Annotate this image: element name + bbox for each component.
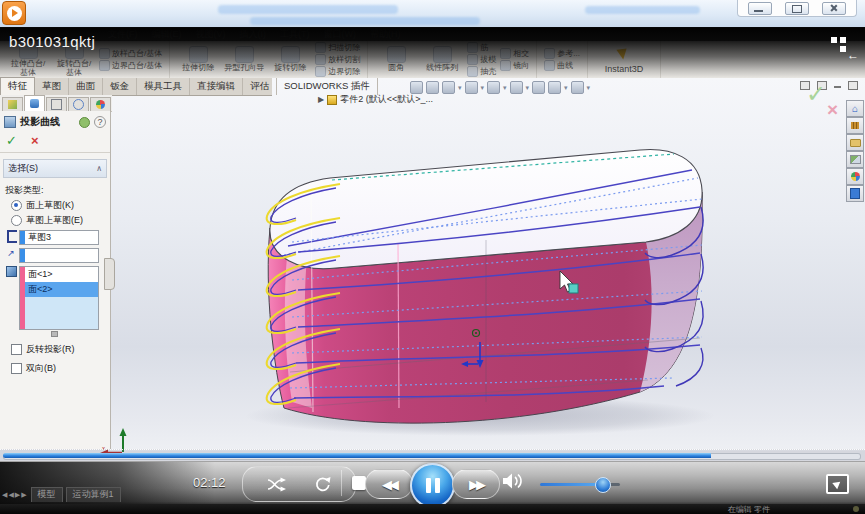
model-canvas[interactable] — [110, 95, 865, 449]
menu-item-tools[interactable]: 工具(T) — [280, 28, 310, 41]
tab-surfaces[interactable]: 曲面 — [69, 78, 103, 95]
lofted-boss-button[interactable]: 放样凸台/基体 — [99, 48, 162, 59]
status-text: 在编辑 零件 — [728, 504, 770, 514]
view-orientation-icon[interactable] — [487, 81, 500, 94]
ribbon-group-features: 圆角 线性阵列 筋 拔模 抽壳 相交 镜向 — [368, 41, 537, 78]
tab-features[interactable]: 特征 — [0, 77, 35, 95]
doc-minimize-icon[interactable] — [834, 86, 841, 88]
menu-item-help[interactable]: 帮助(H) — [370, 28, 401, 41]
tab-motion-study[interactable]: 运动算例1 — [66, 487, 121, 502]
appearances-tab[interactable] — [90, 97, 111, 111]
repeat-icon[interactable] — [314, 476, 331, 492]
display-style-icon[interactable] — [510, 81, 523, 94]
reference-geometry-button[interactable]: 参考... — [544, 48, 580, 59]
hole-wizard-icon — [235, 46, 254, 63]
view-settings-icon[interactable] — [571, 81, 584, 94]
direction-selection-field[interactable] — [19, 248, 99, 263]
extruded-cut-button[interactable]: 拉伸切除 — [177, 46, 219, 72]
revolved-cut-icon — [281, 46, 300, 63]
swept-cut-icon — [315, 42, 326, 53]
shuffle-icon[interactable] — [267, 477, 286, 492]
projected-curve-icon — [4, 116, 16, 128]
property-manager-tab[interactable] — [24, 95, 45, 111]
mirror-button[interactable]: 镜向 — [500, 60, 529, 71]
linear-pattern-icon — [433, 46, 452, 63]
extruded-boss-button[interactable]: 拉伸凸台/基体 — [7, 42, 49, 77]
menu-item-window[interactable]: 窗口(W) — [324, 28, 357, 41]
stop-button[interactable] — [352, 476, 366, 490]
close-button[interactable] — [822, 2, 846, 15]
curves-icon — [544, 60, 555, 71]
rib-icon — [467, 42, 478, 53]
boundary-cut-button[interactable]: 边界切除 — [315, 66, 360, 77]
curves-button[interactable]: 曲线 — [544, 60, 580, 71]
linear-pattern-button[interactable]: 线性阵列 — [421, 46, 463, 72]
maximize-button[interactable] — [785, 2, 809, 15]
tab-sheet-metal[interactable]: 钣金 — [103, 78, 137, 95]
manager-pane-tabs — [0, 95, 112, 112]
faces-selection-list[interactable]: 面<1> 面<2> — [19, 266, 99, 330]
face-select-badge-icon — [569, 284, 578, 293]
rib-button[interactable]: 筋 — [467, 42, 496, 53]
panel-title: 投影曲线 — [20, 115, 75, 129]
help-icon[interactable]: ? — [94, 116, 106, 128]
rewind-icon: ◀◀ — [382, 477, 396, 492]
radio-sketch-on-sketch[interactable]: 草图上草图(E) — [11, 214, 107, 227]
section-view-icon[interactable] — [465, 81, 478, 94]
sketch-selection-field[interactable]: 草图3 — [19, 230, 99, 245]
tab-mold-tools[interactable]: 模具工具 — [137, 78, 190, 95]
selections-section-header[interactable]: 选择(S) ∧ — [3, 159, 107, 178]
doc-maximize-icon[interactable] — [848, 81, 858, 90]
volume-icon[interactable] — [502, 472, 526, 490]
fillet-button[interactable]: 圆角 — [375, 46, 417, 72]
minimize-button[interactable] — [748, 2, 772, 15]
revolved-boss-button[interactable]: 旋转凸台/基体 — [53, 42, 95, 77]
volume-knob[interactable] — [595, 477, 611, 493]
menu-item-file[interactable]: 文件(F) — [108, 28, 138, 41]
fullscreen-button[interactable] — [826, 474, 849, 494]
fast-forward-button[interactable]: ▶▶ — [452, 469, 500, 499]
zoom-area-icon[interactable] — [426, 81, 439, 94]
pause-button[interactable] — [410, 463, 455, 508]
shell-button[interactable]: 抽壳 — [467, 66, 496, 77]
feature-tree-tab[interactable] — [2, 97, 23, 111]
dimxpert-tab[interactable] — [68, 97, 89, 111]
seek-progress — [3, 453, 711, 458]
ok-button[interactable]: ✓ — [6, 134, 17, 147]
tab-scroll-arrows-icon[interactable]: ◀◀▶▶ — [2, 491, 28, 499]
pushpin-icon[interactable] — [79, 117, 90, 128]
bidirectional-checkbox[interactable]: 双向(B) — [11, 362, 107, 375]
tab-direct-editing[interactable]: 直接编辑 — [190, 78, 243, 95]
reverse-projection-checkbox[interactable]: 反转投影(R) — [11, 343, 107, 356]
list-resize-handle[interactable] — [51, 331, 58, 337]
list-item[interactable]: 面<1> — [25, 267, 98, 282]
tab-sketch[interactable]: 草图 — [35, 78, 69, 95]
hole-wizard-button[interactable]: 异型孔向导 — [223, 46, 265, 72]
previous-view-icon[interactable] — [442, 81, 455, 94]
list-item[interactable]: 面<2> — [25, 282, 98, 297]
status-indicator-icon — [853, 506, 859, 512]
zoom-fit-icon[interactable] — [410, 81, 423, 94]
rewind-button[interactable]: ◀◀ — [365, 469, 413, 499]
draft-button[interactable]: 拔模 — [467, 54, 496, 65]
radio-sketch-on-faces[interactable]: 面上草图(K) — [11, 199, 107, 212]
tab-model[interactable]: 模型 — [31, 487, 63, 502]
instant3d-toggle[interactable]: Instant3D — [588, 41, 661, 78]
intersect-button[interactable]: 相交 — [500, 48, 529, 59]
boundary-boss-button[interactable]: 边界凸台/基体 — [99, 60, 162, 71]
menu-item-insert[interactable]: 插入(I) — [240, 28, 267, 41]
fillet-icon — [387, 46, 406, 63]
tab-evaluate[interactable]: 评估 — [243, 78, 277, 95]
lofted-cut-button[interactable]: 放样切割 — [315, 54, 360, 65]
configurations-tab[interactable] — [46, 97, 67, 111]
collapse-chevron-icon[interactable]: ∧ — [96, 164, 102, 173]
revolved-cut-button[interactable]: 旋转切除 — [269, 46, 311, 72]
edit-appearance-icon[interactable] — [548, 81, 561, 94]
command-manager-tabs: 特征 草图 曲面 钣金 模具工具 直接编辑 评估 SOLIDWORKS 插件 — [0, 78, 272, 96]
menu-item-view[interactable]: 视图(V) — [196, 28, 226, 41]
hide-show-items-icon[interactable] — [532, 81, 545, 94]
cancel-button[interactable]: × — [31, 134, 39, 147]
lofted-boss-icon — [99, 48, 110, 59]
swept-cut-button[interactable]: 扫描切除 — [315, 42, 360, 53]
menu-item-edit[interactable]: 编辑(E) — [152, 28, 182, 41]
